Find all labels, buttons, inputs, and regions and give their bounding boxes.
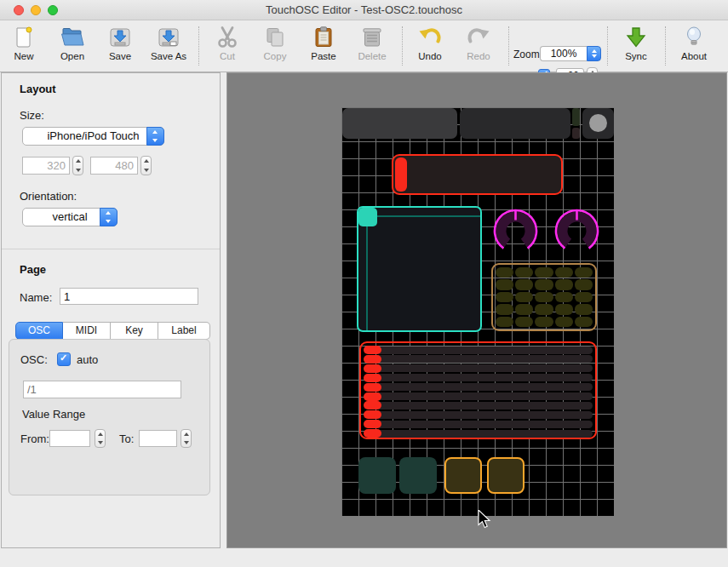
toggle-button-orange-2[interactable] bbox=[487, 457, 525, 494]
multifader-row[interactable] bbox=[361, 401, 595, 410]
multitoggle-cell[interactable] bbox=[515, 279, 533, 289]
multifader-row[interactable] bbox=[361, 383, 595, 392]
orientation-select[interactable]: vertical bbox=[22, 208, 118, 226]
tab-label[interactable]: Label bbox=[158, 322, 210, 340]
multifader-handle[interactable] bbox=[364, 346, 381, 354]
rotary-knob-magenta-2[interactable] bbox=[553, 208, 600, 255]
editor-canvas[interactable] bbox=[226, 72, 727, 548]
multitoggle-cell[interactable] bbox=[555, 317, 573, 327]
multitoggle-cell[interactable] bbox=[496, 304, 513, 314]
multifader-handle[interactable] bbox=[364, 392, 381, 401]
multitoggle-cell[interactable] bbox=[555, 304, 573, 314]
multifader-row[interactable] bbox=[361, 429, 595, 438]
size-select[interactable]: iPhone/iPod Touch bbox=[22, 127, 164, 146]
tab-osc[interactable]: OSC bbox=[15, 322, 63, 340]
multitoggle-cell[interactable] bbox=[496, 292, 513, 302]
battery-indicator-lower[interactable] bbox=[572, 128, 580, 139]
cut-button[interactable]: Cut bbox=[203, 25, 251, 67]
multifader-row[interactable] bbox=[361, 392, 595, 401]
save-as-button[interactable]: Save As bbox=[145, 25, 192, 67]
multifader-handle[interactable] bbox=[364, 383, 381, 392]
push-button-teal-1[interactable] bbox=[358, 457, 396, 494]
led-indicator[interactable] bbox=[582, 108, 614, 139]
multifader-row[interactable] bbox=[361, 364, 595, 373]
multitoggle-cell[interactable] bbox=[575, 304, 593, 314]
fader-horizontal-red[interactable] bbox=[392, 154, 563, 195]
multitoggle-cell[interactable] bbox=[535, 292, 553, 302]
to-stepper[interactable] bbox=[181, 429, 192, 448]
fader-handle[interactable] bbox=[395, 158, 407, 192]
battery-indicator[interactable] bbox=[572, 108, 580, 126]
paste-clipboard-icon bbox=[311, 25, 336, 50]
multitoggle-cell[interactable] bbox=[515, 317, 533, 327]
touchosc-layout[interactable] bbox=[341, 107, 614, 516]
multifader-handle[interactable] bbox=[364, 420, 381, 428]
multifader-track bbox=[372, 421, 593, 428]
multifader-handle[interactable] bbox=[364, 355, 381, 364]
multitoggle-cell[interactable] bbox=[575, 292, 593, 302]
osc-auto-checkbox[interactable] bbox=[57, 352, 71, 366]
multitoggle-cell[interactable] bbox=[535, 267, 553, 278]
zoom-select[interactable]: 100% bbox=[540, 46, 587, 61]
multitoggle-cell[interactable] bbox=[535, 304, 553, 314]
multitoggle-cell[interactable] bbox=[555, 279, 573, 289]
multifader-handle[interactable] bbox=[364, 364, 381, 373]
multifader-row[interactable] bbox=[361, 355, 595, 364]
multitoggle-cell[interactable] bbox=[496, 317, 513, 327]
push-button-teal-2[interactable] bbox=[399, 457, 437, 494]
zoom-select-stepper[interactable] bbox=[587, 46, 601, 61]
multitoggle-cell[interactable] bbox=[515, 304, 533, 314]
rotary-knob-magenta-1[interactable] bbox=[492, 208, 539, 255]
osc-address-input[interactable] bbox=[23, 381, 181, 398]
delete-button[interactable]: Delete bbox=[348, 25, 396, 67]
redo-button[interactable]: Redo bbox=[455, 25, 502, 67]
open-button[interactable]: Open bbox=[49, 25, 96, 67]
multitoggle-cell[interactable] bbox=[555, 267, 573, 278]
from-stepper[interactable] bbox=[95, 429, 106, 448]
layout-height-input[interactable] bbox=[90, 157, 138, 175]
undo-label: Undo bbox=[406, 51, 454, 61]
layout-height-stepper[interactable] bbox=[140, 156, 152, 175]
multitoggle-cell[interactable] bbox=[535, 317, 553, 327]
multitoggle-cell[interactable] bbox=[575, 279, 593, 289]
multifader-row[interactable] bbox=[361, 346, 595, 354]
multifader-handle[interactable] bbox=[364, 401, 381, 410]
from-input[interactable] bbox=[49, 430, 90, 447]
layout-width-input[interactable] bbox=[22, 157, 70, 175]
multitoggle-cell[interactable] bbox=[496, 279, 513, 289]
new-button[interactable]: New bbox=[0, 25, 48, 67]
xy-handle[interactable] bbox=[358, 208, 377, 226]
multifader-handle[interactable] bbox=[364, 429, 381, 438]
save-button[interactable]: Save bbox=[96, 25, 144, 67]
toggle-button-orange-1[interactable] bbox=[444, 457, 482, 494]
undo-button[interactable]: Undo bbox=[406, 25, 454, 67]
tab-key[interactable]: Key bbox=[111, 322, 158, 340]
about-button[interactable]: About bbox=[670, 25, 718, 67]
multitoggle-cell[interactable] bbox=[515, 292, 533, 302]
multitoggle-cell[interactable] bbox=[555, 292, 573, 302]
multitoggle-grid-olive[interactable] bbox=[491, 263, 597, 331]
label-top-right[interactable] bbox=[460, 108, 570, 139]
sync-button[interactable]: Sync bbox=[612, 25, 660, 67]
tab-midi[interactable]: MIDI bbox=[63, 322, 111, 340]
multifader-track bbox=[372, 392, 593, 400]
multitoggle-cell[interactable] bbox=[535, 279, 553, 289]
multitoggle-cell[interactable] bbox=[496, 267, 513, 278]
sync-download-arrow-icon bbox=[623, 25, 649, 50]
multifader-handle[interactable] bbox=[364, 410, 381, 419]
paste-button[interactable]: Paste bbox=[300, 25, 347, 67]
xy-pad-teal[interactable] bbox=[357, 206, 482, 332]
page-name-input[interactable] bbox=[60, 288, 198, 305]
multifader-row[interactable] bbox=[361, 410, 595, 419]
multifader-handle[interactable] bbox=[364, 374, 381, 382]
layout-width-stepper[interactable] bbox=[72, 156, 83, 175]
multifader-row[interactable] bbox=[361, 374, 595, 382]
multitoggle-cell[interactable] bbox=[515, 267, 533, 278]
multifader-red[interactable] bbox=[359, 341, 597, 439]
multitoggle-cell[interactable] bbox=[575, 317, 593, 327]
to-input[interactable] bbox=[139, 430, 177, 447]
label-top-left[interactable] bbox=[342, 108, 457, 139]
multifader-row[interactable] bbox=[361, 420, 595, 428]
multitoggle-cell[interactable] bbox=[575, 267, 593, 278]
copy-button[interactable]: Copy bbox=[251, 25, 299, 67]
